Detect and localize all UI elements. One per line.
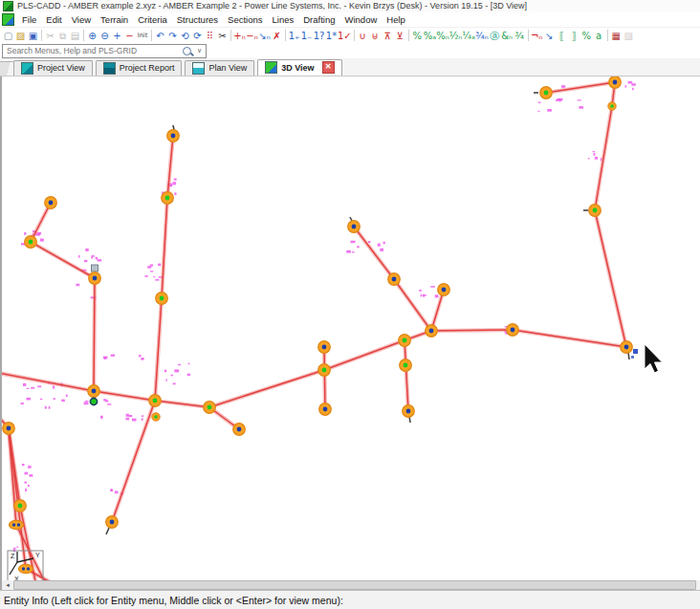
menu-item-file[interactable]: File <box>17 14 41 25</box>
toolbar-icon-8-0[interactable]: ¬ₙ <box>531 30 543 42</box>
search-icon[interactable] <box>183 47 191 55</box>
toolbar-icon-6-3[interactable]: ⊻ <box>394 30 406 42</box>
structure-node[interactable] <box>233 423 246 435</box>
toolbar-icon-3-1[interactable]: ↷ <box>166 30 179 42</box>
toolbar-icon-8-1[interactable]: ↘ <box>543 30 556 42</box>
structure-node[interactable] <box>10 520 24 529</box>
toolbar-icon-3-0[interactable]: ↶ <box>154 30 166 42</box>
toolbar-icon-5-0[interactable]: 1₊ <box>288 30 300 42</box>
structure-node[interactable] <box>400 359 412 371</box>
menu-item-structures[interactable]: Structures <box>172 14 223 25</box>
structure-nodes[interactable] <box>3 76 638 574</box>
structure-node[interactable] <box>609 76 622 88</box>
toolbar-icon-5-1[interactable]: 1₋ <box>300 30 313 42</box>
tab-3d-view[interactable]: 3D View✕ <box>257 59 341 76</box>
horizontal-scrollbar[interactable]: ◂ <box>0 580 700 590</box>
structure-node[interactable] <box>106 515 119 533</box>
toolbar-icon-7-8[interactable]: ¾ <box>514 30 526 42</box>
toolbar-icon-2-1[interactable]: ⊖ <box>98 30 111 42</box>
chevron-down-icon[interactable]: ∨ <box>197 47 202 54</box>
toolbar-icon-7-2[interactable]: %ₙ <box>436 30 449 42</box>
toolbar-icon-3-3[interactable]: ⟳ <box>191 30 204 42</box>
toolbar-icon-8-4[interactable]: % <box>580 30 593 42</box>
3d-view-canvas[interactable]: ZYX <box>0 76 700 580</box>
toolbar-icon-5-3[interactable]: 1* <box>325 30 338 42</box>
toolbar-icon-9-1[interactable]: ▨ <box>623 30 635 42</box>
toolbar-icon-5-2[interactable]: 1? <box>313 30 325 42</box>
structure-node[interactable] <box>534 86 552 98</box>
toolbar-icon-1-1[interactable]: ⧉ <box>56 30 69 42</box>
toolbar-icon-5-4[interactable]: 1✓ <box>338 30 352 42</box>
structure-node[interactable] <box>608 101 616 109</box>
scrollbar-thumb[interactable] <box>13 580 696 590</box>
menu-item-sections[interactable]: Sections <box>223 14 267 25</box>
toolbar-icon-1-2[interactable]: ▤ <box>69 30 81 42</box>
toolbar-icon-2-0[interactable]: ⊕ <box>86 30 98 42</box>
structure-node[interactable] <box>204 401 216 413</box>
toolbar-icon-0-0[interactable]: ▢ <box>2 30 14 42</box>
tab-project-report[interactable]: Project Report <box>96 60 183 76</box>
structure-node[interactable] <box>399 334 411 346</box>
toolbar-icon-4-2[interactable]: ↘ₙ <box>258 30 271 42</box>
structure-node[interactable] <box>89 265 101 284</box>
toolbar-icon-0-1[interactable]: ▨ <box>14 30 27 42</box>
wire-segments[interactable] <box>2 82 626 580</box>
search-box[interactable]: ∨ <box>2 44 207 58</box>
toolbar-icon-7-7[interactable]: &ₙ <box>501 30 514 42</box>
toolbar-icon-4-1[interactable]: −ₙ <box>246 30 258 42</box>
structure-node[interactable] <box>348 217 361 232</box>
toolbar-icon-2-3[interactable]: − <box>123 30 136 42</box>
structure-node[interactable] <box>507 323 519 336</box>
toolbar-icon-7-0[interactable]: % <box>411 30 424 42</box>
toolbar-icon-4-3[interactable]: ✗ <box>271 30 283 42</box>
toolbar-icon-6-2[interactable]: ⊼ <box>382 30 394 42</box>
menu-item-lines[interactable]: Lines <box>268 14 299 25</box>
toolbar-icon-8-5[interactable]: a <box>593 30 605 42</box>
toolbar-icon-8-2[interactable]: ⟦ <box>556 30 568 42</box>
toolbar-icon-1-0[interactable]: ✂ <box>44 30 56 42</box>
menu-item-terrain[interactable]: Terrain <box>96 14 133 25</box>
toolbar-icon-7-3[interactable]: ½ₙ <box>449 30 463 42</box>
toolbar-icon-6-0[interactable]: ∪ <box>357 30 369 42</box>
structure-node[interactable] <box>88 384 100 397</box>
structure-node[interactable] <box>25 235 37 248</box>
structure-node[interactable] <box>90 398 97 404</box>
toolbar-icon-6-1[interactable]: ⊎ <box>369 30 382 42</box>
structure-node[interactable] <box>45 196 57 208</box>
structure-node[interactable] <box>426 324 438 337</box>
toolbar-icon-0-2[interactable]: ▣ <box>27 30 39 42</box>
toolbar-icon-3-2[interactable]: ⟲ <box>179 30 191 42</box>
structure-node[interactable] <box>152 412 160 420</box>
tab-project-view[interactable]: Project View <box>13 60 93 76</box>
scroll-left-button[interactable]: ◂ <box>2 580 13 590</box>
toolbar-icon-3-5[interactable]: ✂ <box>216 30 229 42</box>
menu-item-window[interactable]: Window <box>340 14 383 25</box>
toolbar-icon-7-6[interactable]: ⓐ <box>489 30 501 42</box>
structure-node[interactable] <box>621 340 638 359</box>
structure-node[interactable] <box>149 394 162 406</box>
structure-node[interactable] <box>19 564 33 573</box>
structure-node[interactable] <box>162 191 174 204</box>
structure-node[interactable] <box>388 272 401 285</box>
tab-plan-view[interactable]: Plan View <box>185 60 254 76</box>
toolbar-icon-9-0[interactable]: ▦ <box>610 30 623 42</box>
search-input[interactable] <box>3 46 183 56</box>
toolbar-icon-7-4[interactable]: ¼ₐ <box>462 30 475 42</box>
menu-item-edit[interactable]: Edit <box>41 14 66 25</box>
structure-node[interactable] <box>318 340 331 353</box>
menu-item-view[interactable]: View <box>67 14 96 25</box>
menu-item-criteria[interactable]: Criteria <box>133 14 172 25</box>
structure-node[interactable] <box>438 283 450 295</box>
toolbar-icon-7-1[interactable]: %ₐ <box>424 30 436 42</box>
toolbar-icon-2-2[interactable]: + <box>111 30 123 42</box>
menu-item-help[interactable]: Help <box>382 14 410 25</box>
structure-node[interactable] <box>14 499 27 511</box>
structure-node[interactable] <box>319 402 332 415</box>
toolbar-icon-7-5[interactable]: ¾ₙ <box>475 30 489 42</box>
toolbar-icon-4-0[interactable]: +ₙ <box>233 30 246 42</box>
toolbar-icon-8-3[interactable]: ⟧ <box>568 30 580 42</box>
structure-node[interactable] <box>403 404 415 422</box>
structure-node[interactable] <box>3 422 15 434</box>
toolbar-icon-2-4[interactable]: Init <box>136 30 149 42</box>
close-tab-button[interactable]: ✕ <box>322 61 335 74</box>
